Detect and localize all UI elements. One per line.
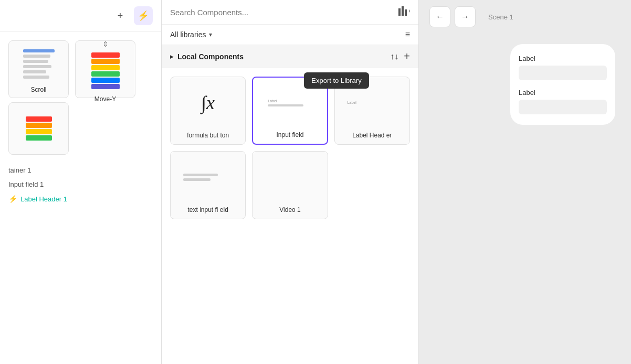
right-panel: ← → Scene 1 Label Label <box>419 0 631 364</box>
bar-chart-icon <box>398 6 410 16</box>
input-preview-inner: Label <box>261 99 318 106</box>
text-input-inner <box>179 169 237 185</box>
formula-icon: ∫x <box>201 92 215 114</box>
sort-button[interactable]: ↑↓ <box>390 52 398 61</box>
all-libraries-button[interactable]: All libraries ▾ <box>170 30 212 39</box>
input-preview-bar <box>268 104 303 106</box>
input-field-preview: Label <box>253 78 327 127</box>
small-bar-yellow <box>26 129 52 134</box>
section-title: ▸ Local Components <box>170 52 244 61</box>
small-bar-orange <box>26 123 52 128</box>
component-input-field[interactable]: Label Input field Export to Library <box>252 77 328 145</box>
video1-preview <box>253 152 327 202</box>
canvas-label-row-2: Label <box>519 89 607 114</box>
canvas-label-2: Label <box>519 89 607 97</box>
search-bar <box>162 0 418 25</box>
small-bar-green <box>26 135 52 141</box>
text-input-preview <box>171 152 245 202</box>
movey-preview: ⇕ <box>88 36 123 92</box>
movey-bar-blue <box>91 78 120 83</box>
scroll-line-3 <box>23 65 51 68</box>
back-button[interactable]: ← <box>429 6 450 27</box>
layer-container1[interactable]: tainer 1 <box>0 163 161 177</box>
chevron-down-icon: ▾ <box>209 31 212 38</box>
arrow-icon: ⚡ <box>8 195 17 203</box>
formula-button-name: formula but ton <box>183 128 233 144</box>
layer-list: tainer 1 Input field 1 ⚡ Label Header 1 <box>0 159 161 364</box>
svg-text:⇕: ⇕ <box>102 40 109 48</box>
input-field-name: Input field <box>272 127 308 144</box>
small-bars-preview <box>26 116 52 141</box>
scroll-line-blue <box>23 49 55 52</box>
scene-label: Scene 1 <box>488 13 513 21</box>
component-formula-button[interactable]: ∫x formula but ton <box>170 77 246 145</box>
movey-bar-green <box>91 71 120 77</box>
component-label-header[interactable]: Label Label Head er <box>334 77 410 145</box>
lightning-icon: ⚡ <box>138 10 149 22</box>
canvas-input-box-1 <box>519 66 607 80</box>
component-video1[interactable]: Video 1 <box>252 151 328 219</box>
layer-labelheader1[interactable]: ⚡ Label Header 1 <box>0 191 161 206</box>
movey-thumbnail[interactable]: ⇕ Move-Y <box>75 40 135 98</box>
scroll-line-5 <box>23 76 49 79</box>
scroll-line-4 <box>23 70 46 73</box>
layer-inputfield1[interactable]: Input field 1 <box>0 177 161 191</box>
component-text-input[interactable]: text input fi eld <box>170 151 246 219</box>
movey-label: Move-Y <box>94 95 116 103</box>
svg-rect-1 <box>398 8 401 16</box>
search-icon-right[interactable] <box>398 6 410 18</box>
filter-row: All libraries ▾ ≡ <box>162 25 418 45</box>
forward-arrow-icon: → <box>461 12 469 22</box>
canvas-label-1: Label <box>519 55 607 62</box>
formula-preview: ∫x <box>171 77 245 128</box>
layer-container1-label: tainer 1 <box>8 166 31 174</box>
canvas-input-box-2 <box>519 100 607 114</box>
canvas-label-row-1: Label <box>519 55 607 80</box>
movey-bar-purple <box>91 84 120 89</box>
svg-marker-4 <box>409 9 410 13</box>
scene-canvas: Label Label <box>419 34 631 364</box>
movey-bar-red <box>91 52 120 58</box>
right-top-bar: ← → Scene 1 <box>419 0 631 34</box>
left-panel-top: + ⚡ <box>0 0 161 32</box>
text-input-name: text input fi eld <box>183 202 232 219</box>
label-header-preview: Label <box>335 77 409 128</box>
search-input[interactable] <box>170 8 394 17</box>
scroll-preview <box>19 45 59 83</box>
label-header-inner: Label <box>343 97 401 109</box>
scroll-label: Scroll <box>30 86 46 93</box>
back-arrow-icon: ← <box>436 12 444 22</box>
movey-bar-orange <box>91 59 120 64</box>
canvas-card: Label Label <box>510 44 615 125</box>
section-chevron-icon[interactable]: ▸ <box>170 53 173 60</box>
video1-name: Video 1 <box>275 202 304 219</box>
label-header-name: Label Head er <box>348 128 396 144</box>
scroll-thumbnail[interactable]: Scroll <box>8 40 69 98</box>
lh-label-text: Label <box>348 101 356 104</box>
ti-bar-2 <box>183 178 211 181</box>
small-thumbnail[interactable] <box>8 102 69 155</box>
add-button[interactable]: + <box>111 6 130 25</box>
movey-arrows-icon: ⇕ <box>100 39 111 49</box>
add-component-button[interactable]: + <box>404 50 410 62</box>
thumbnails-row: Scroll ⇕ Move-Y <box>0 32 161 102</box>
section-actions: ↑↓ + <box>390 50 410 62</box>
add-icon: + <box>118 10 123 22</box>
center-panel: All libraries ▾ ≡ ▸ Local Components ↑↓ … <box>162 0 419 364</box>
section-title-text: Local Components <box>177 52 244 61</box>
list-icon-button[interactable]: ≡ <box>405 30 410 39</box>
scroll-line-1 <box>23 55 50 58</box>
component-grid: ∫x formula but ton Label Input field Exp… <box>162 68 418 228</box>
lightning-button[interactable]: ⚡ <box>134 6 153 25</box>
forward-button[interactable]: → <box>455 6 476 27</box>
section-header: ▸ Local Components ↑↓ + <box>162 45 418 68</box>
svg-rect-2 <box>402 6 404 16</box>
input-preview-label: Label <box>268 99 312 103</box>
all-libraries-label: All libraries <box>170 30 206 39</box>
left-panel: + ⚡ Scroll ⇕ <box>0 0 162 364</box>
layer-inputfield1-label: Input field 1 <box>8 180 44 188</box>
movey-bar-yellow <box>91 65 120 70</box>
scroll-line-2 <box>23 60 48 63</box>
svg-rect-3 <box>405 9 407 16</box>
small-bar-red <box>26 116 52 122</box>
